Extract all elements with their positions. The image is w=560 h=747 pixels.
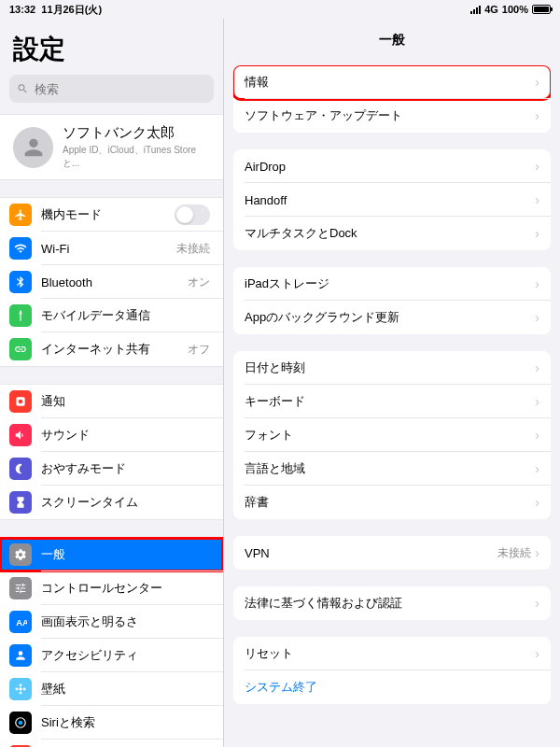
detail-item-label: Appのバックグラウンド更新 [245, 309, 535, 326]
sidebar-item-label: スクリーンタイム [41, 494, 210, 511]
detail-item[interactable]: VPN未接続› [233, 536, 551, 570]
search-field[interactable] [9, 75, 214, 103]
sidebar-item-airplane[interactable]: 機内モード [0, 198, 223, 232]
sidebar-item-label: 機内モード [41, 206, 175, 223]
chevron-right-icon: › [535, 108, 539, 123]
sidebar-item-label: アクセシビリティ [41, 647, 210, 664]
detail-item-label: 言語と地域 [245, 460, 535, 477]
chevron-right-icon: › [535, 360, 539, 375]
chevron-right-icon: › [535, 461, 539, 476]
detail-item[interactable]: 情報› [233, 65, 551, 99]
detail-item[interactable]: 言語と地域› [233, 452, 551, 486]
sidebar-item-label: Bluetooth [41, 275, 188, 289]
detail-item-label: フォント [245, 427, 535, 444]
detail-item[interactable]: マルチタスクとDock› [233, 217, 551, 250]
detail-item[interactable]: 辞書› [233, 486, 551, 519]
svg-text:AA: AA [16, 618, 27, 627]
detail-item-label: システム終了 [245, 679, 539, 696]
sidebar-item-value: 未接続 [176, 241, 210, 257]
battery-icon [532, 5, 551, 14]
svg-point-11 [19, 721, 23, 726]
sidebar: 設定 ソフトバンク太郎 Apple ID、iCloud、iTunes Store… [0, 19, 224, 747]
status-date: 11月26日(火) [41, 4, 102, 15]
hourglass-icon [9, 491, 32, 514]
detail-item[interactable]: システム終了 [233, 670, 551, 704]
detail-item[interactable]: キーボード› [233, 385, 551, 418]
sidebar-item-link[interactable]: インターネット共有オフ [0, 332, 223, 366]
detail-item[interactable]: リセット› [233, 637, 551, 670]
detail-item-label: 法律に基づく情報および認証 [245, 595, 535, 612]
svg-point-2 [19, 400, 23, 404]
detail-item-label: Handoff [245, 193, 535, 207]
account-name: ソフトバンク太郎 [63, 124, 210, 142]
settings-title: 設定 [0, 19, 223, 75]
detail-item-label: AirDrop [245, 160, 535, 174]
chevron-right-icon: › [535, 646, 539, 661]
sidebar-item-sliders[interactable]: コントロールセンター [0, 571, 223, 605]
sidebar-item-antenna[interactable]: モバイルデータ通信 [0, 299, 223, 332]
detail-item[interactable]: Handoff› [233, 183, 551, 217]
sidebar-item-moon[interactable]: おやすみモード [0, 452, 223, 486]
sidebar-item-flower[interactable]: 壁紙 [0, 672, 223, 706]
detail-title: 一般 [224, 19, 560, 65]
search-input[interactable] [35, 82, 206, 96]
svg-point-0 [20, 310, 21, 312]
sidebar-item-value: オフ [188, 342, 210, 358]
person-icon [9, 644, 32, 667]
detail-item-value: 未接続 [497, 545, 531, 561]
sidebar-item-fingerprint[interactable]: Touch IDとパスコード [0, 740, 223, 747]
search-icon [17, 82, 29, 95]
avatar-icon [13, 127, 53, 168]
account-row[interactable]: ソフトバンク太郎 Apple ID、iCloud、iTunes Storeと..… [0, 114, 223, 180]
detail-item[interactable]: iPadストレージ› [233, 267, 551, 301]
sidebar-item-label: おやすみモード [41, 460, 210, 477]
sidebar-item-label: 通知 [41, 393, 210, 410]
sidebar-item-hourglass[interactable]: スクリーンタイム [0, 486, 223, 519]
chevron-right-icon: › [535, 495, 539, 510]
detail-item[interactable]: 日付と時刻› [233, 351, 551, 385]
detail-item-label: ソフトウェア・アップデート [245, 107, 535, 124]
gear-icon [9, 543, 32, 566]
svg-point-4 [19, 651, 23, 655]
detail-item-label: 日付と時刻 [245, 359, 535, 376]
sidebar-item-label: コントロールセンター [41, 580, 210, 597]
signal-icon [470, 5, 481, 14]
sidebar-item-label: Siriと検索 [41, 714, 210, 731]
detail-item[interactable]: フォント› [233, 418, 551, 452]
svg-point-5 [19, 687, 22, 691]
sidebar-item-text[interactable]: AA画面表示と明るさ [0, 605, 223, 639]
detail-item[interactable]: ソフトウェア・アップデート› [233, 99, 551, 133]
sidebar-item-siri[interactable]: Siriと検索 [0, 706, 223, 740]
sidebar-item-speaker[interactable]: サウンド [0, 418, 223, 452]
chevron-right-icon: › [535, 428, 539, 443]
detail-pane: 一般 情報›ソフトウェア・アップデート›AirDrop›Handoff›マルチタ… [224, 19, 560, 747]
antenna-icon [9, 304, 32, 327]
sidebar-item-wifi[interactable]: Wi-Fi未接続 [0, 232, 223, 265]
account-subtitle: Apple ID、iCloud、iTunes Storeと... [63, 144, 210, 170]
sidebar-item-label: サウンド [41, 427, 210, 444]
sidebar-item-value: オン [188, 275, 210, 290]
moon-icon [9, 458, 32, 480]
bluetooth-icon [9, 271, 32, 293]
toggle[interactable] [175, 204, 210, 225]
detail-item-label: VPN [245, 546, 497, 560]
sidebar-item-bell[interactable]: 通知 [0, 385, 223, 418]
speaker-icon [9, 424, 32, 446]
sidebar-item-bluetooth[interactable]: Bluetoothオン [0, 265, 223, 299]
status-network: 4G [484, 4, 498, 15]
airplane-icon [9, 204, 32, 226]
detail-item[interactable]: 法律に基づく情報および認証› [233, 586, 551, 620]
bell-icon [9, 390, 32, 413]
detail-item-label: マルチタスクとDock [245, 225, 535, 242]
chevron-right-icon: › [535, 75, 539, 90]
sidebar-item-label: 一般 [41, 546, 210, 563]
detail-item[interactable]: Appのバックグラウンド更新› [233, 301, 551, 334]
sidebar-item-label: 壁紙 [41, 681, 210, 698]
sidebar-item-gear[interactable]: 一般 [0, 538, 223, 571]
detail-item-label: キーボード [245, 393, 535, 410]
chevron-right-icon: › [535, 159, 539, 174]
sidebar-item-person[interactable]: アクセシビリティ [0, 639, 223, 672]
svg-point-9 [23, 688, 26, 691]
siri-icon [9, 712, 32, 734]
detail-item[interactable]: AirDrop› [233, 149, 551, 183]
